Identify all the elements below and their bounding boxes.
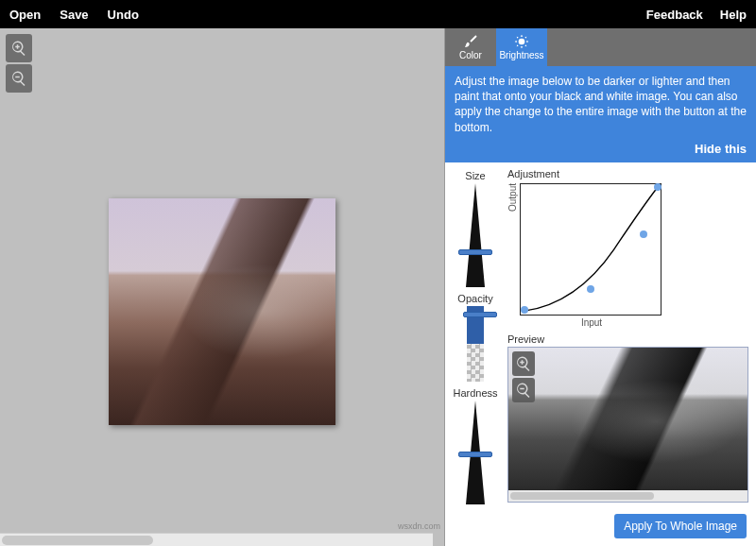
hardness-slider[interactable] (462, 401, 489, 504)
preview-zoom-out-button[interactable] (512, 378, 535, 402)
tab-brightness-label: Brightness (499, 50, 543, 60)
preview-zoom-in-button[interactable] (512, 351, 535, 376)
adjustment-label: Adjustment (507, 168, 748, 179)
brush-icon (463, 34, 478, 49)
menu-open[interactable]: Open (9, 8, 41, 22)
curve-editor[interactable] (520, 183, 662, 316)
hide-info-link[interactable]: Hide this (455, 141, 747, 158)
size-label: Size (465, 170, 485, 181)
menu-save[interactable]: Save (60, 8, 88, 22)
watermark: wsxdn.com (398, 521, 440, 531)
info-text: Adjust the image below to be darker or l… (455, 74, 747, 135)
tab-color[interactable]: Color (445, 28, 496, 66)
zoom-in-button[interactable] (6, 34, 32, 62)
zoom-in-icon (515, 355, 532, 372)
hardness-slider-thumb[interactable] (458, 452, 492, 457)
opacity-label: Opacity (457, 293, 492, 304)
menu-feedback[interactable]: Feedback (646, 8, 703, 22)
svg-marker-0 (466, 183, 485, 287)
canvas-pane: wsxdn.com (0, 28, 444, 546)
curve-path (521, 184, 661, 315)
preview-image[interactable] (507, 347, 748, 503)
preview-horizontal-scrollbar[interactable] (508, 490, 747, 502)
canvas-horizontal-scrollbar[interactable] (0, 533, 433, 546)
curve-point-1[interactable] (521, 306, 528, 314)
apply-whole-image-button[interactable]: Apply To Whole Image (614, 514, 747, 538)
tab-brightness[interactable]: Brightness (496, 28, 547, 66)
zoom-out-icon (515, 382, 532, 399)
zoom-in-icon (10, 40, 27, 57)
opacity-slider[interactable] (467, 306, 484, 382)
curve-input-label: Input (521, 317, 662, 328)
size-slider-thumb[interactable] (458, 249, 492, 255)
menu-undo[interactable]: Undo (108, 8, 139, 22)
opacity-slider-thumb[interactable] (463, 312, 497, 317)
curve-point-2[interactable] (587, 285, 594, 293)
top-menu-bar: Open Save Undo Feedback Help (0, 0, 756, 28)
curve-point-3[interactable] (640, 230, 647, 238)
main-image[interactable] (109, 198, 335, 425)
menu-help[interactable]: Help (720, 8, 747, 22)
preview-label: Preview (507, 333, 748, 345)
tool-tabs: Color Brightness (445, 28, 756, 66)
brightness-icon (514, 34, 529, 49)
zoom-out-icon (10, 70, 27, 87)
side-panel: Color Brightness Adjust the image below … (444, 28, 756, 546)
tab-color-label: Color (459, 50, 482, 60)
hardness-label: Hardness (453, 387, 497, 399)
curve-output-label: Output (507, 183, 518, 249)
zoom-out-button[interactable] (6, 64, 32, 93)
info-banner: Adjust the image below to be darker or l… (445, 66, 756, 162)
curve-point-4[interactable] (654, 183, 662, 191)
size-slider[interactable] (462, 183, 489, 287)
